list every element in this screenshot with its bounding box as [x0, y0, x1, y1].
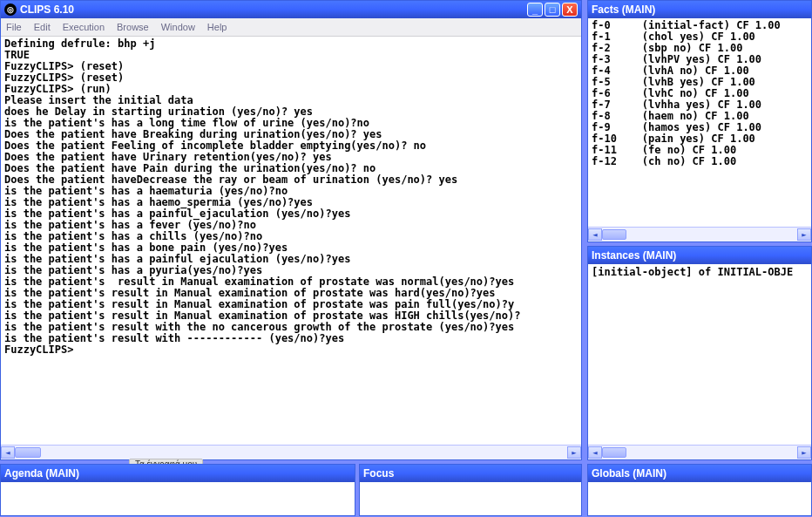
- window-title: CLIPS 6.10: [20, 3, 527, 16]
- terminal-content[interactable]: Defining defrule: bhp +j TRUE FuzzyCLIPS…: [1, 37, 581, 445]
- window-buttons: _ □ X: [527, 3, 578, 17]
- agenda-window: Agenda (MAIN): [0, 464, 355, 516]
- desktop: ◎ CLIPS 6.10 _ □ X File Edit Execution B…: [0, 0, 812, 517]
- scroll-left-button[interactable]: ◄: [588, 228, 602, 241]
- scroll-left-button[interactable]: ◄: [1, 446, 15, 459]
- instances-text: [initial-object] of INITIAL-OBJE: [588, 264, 811, 280]
- instances-content[interactable]: [initial-object] of INITIAL-OBJE: [588, 264, 811, 445]
- window-title: Focus: [363, 467, 578, 480]
- app-icon: ◎: [4, 3, 17, 16]
- menu-edit[interactable]: Edit: [34, 22, 51, 32]
- facts-window: Facts (MAIN) f-0 (initial-fact) CF 1.00 …: [587, 0, 812, 242]
- titlebar[interactable]: Agenda (MAIN): [1, 465, 355, 482]
- clips-main-window: ◎ CLIPS 6.10 _ □ X File Edit Execution B…: [0, 0, 582, 460]
- globals-content[interactable]: [588, 482, 811, 515]
- terminal-output[interactable]: Defining defrule: bhp +j TRUE FuzzyCLIPS…: [1, 37, 581, 357]
- scroll-right-button[interactable]: ►: [567, 446, 581, 459]
- window-title: Globals (MAIN): [592, 467, 808, 480]
- globals-window: Globals (MAIN): [587, 464, 812, 516]
- minimize-button[interactable]: _: [527, 3, 543, 17]
- titlebar[interactable]: Instances (MAIN): [588, 247, 811, 264]
- scroll-track[interactable]: [602, 228, 797, 241]
- titlebar[interactable]: Globals (MAIN): [588, 465, 811, 482]
- scroll-right-button[interactable]: ►: [797, 228, 811, 241]
- focus-content[interactable]: [360, 482, 581, 515]
- scroll-track[interactable]: [15, 446, 567, 459]
- instances-window: Instances (MAIN) [initial-object] of INI…: [587, 246, 812, 460]
- facts-content[interactable]: f-0 (initial-fact) CF 1.00 f-1 (chol yes…: [588, 18, 811, 227]
- window-title: Instances (MAIN): [592, 249, 808, 262]
- titlebar[interactable]: Facts (MAIN): [588, 1, 811, 18]
- maximize-button[interactable]: □: [545, 3, 560, 17]
- menu-window[interactable]: Window: [161, 22, 195, 32]
- scroll-right-button[interactable]: ►: [797, 446, 811, 459]
- horizontal-scrollbar[interactable]: ◄ ►: [1, 445, 581, 459]
- facts-list: f-0 (initial-fact) CF 1.00 f-1 (chol yes…: [588, 18, 811, 169]
- window-title: Agenda (MAIN): [4, 467, 351, 480]
- scroll-thumb[interactable]: [602, 229, 626, 240]
- scroll-track[interactable]: [602, 446, 797, 459]
- menu-file[interactable]: File: [6, 22, 22, 32]
- scroll-left-button[interactable]: ◄: [588, 446, 602, 459]
- menu-execution[interactable]: Execution: [63, 22, 105, 32]
- close-button[interactable]: X: [562, 3, 578, 17]
- menu-browse[interactable]: Browse: [117, 22, 149, 32]
- menu-bar: File Edit Execution Browse Window Help: [1, 18, 581, 37]
- focus-window: Focus: [359, 464, 582, 516]
- scroll-thumb[interactable]: [15, 447, 41, 458]
- scroll-thumb[interactable]: [602, 447, 626, 458]
- menu-help[interactable]: Help: [207, 22, 227, 32]
- titlebar[interactable]: ◎ CLIPS 6.10 _ □ X: [1, 1, 581, 18]
- horizontal-scrollbar[interactable]: ◄ ►: [588, 445, 811, 459]
- agenda-content[interactable]: [1, 482, 355, 515]
- titlebar[interactable]: Focus: [360, 465, 581, 482]
- horizontal-scrollbar[interactable]: ◄ ►: [588, 227, 811, 241]
- window-title: Facts (MAIN): [592, 3, 808, 16]
